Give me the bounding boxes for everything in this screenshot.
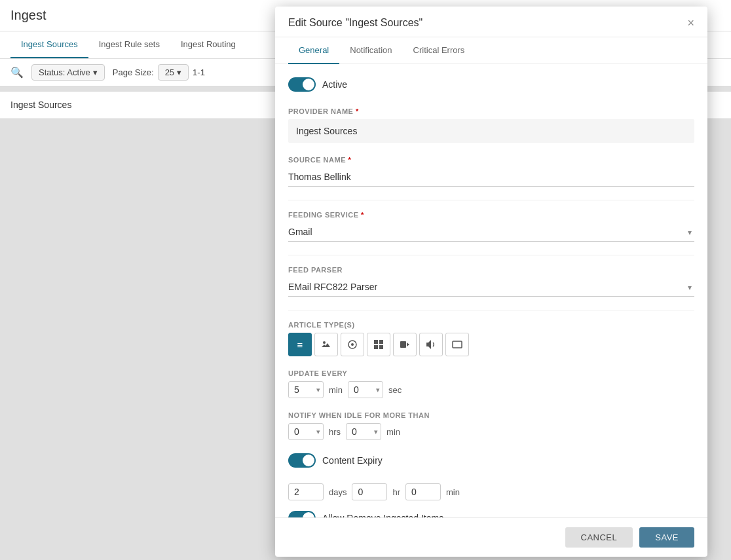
update-every-row: 5121015 min 030 sec bbox=[288, 381, 694, 398]
tab-ingest-routing[interactable]: Ingest Routing bbox=[170, 31, 246, 58]
notify-hrs-wrapper: 012 bbox=[288, 423, 324, 440]
update-sec-select[interactable]: 030 bbox=[348, 381, 383, 398]
modal-close-button[interactable]: × bbox=[687, 17, 694, 29]
content-expiry-toggle[interactable] bbox=[288, 453, 316, 468]
divider-2 bbox=[288, 255, 694, 255]
expiry-hr-label: hr bbox=[392, 487, 400, 497]
active-toggle-row: Active bbox=[288, 77, 694, 92]
allow-remove-toggle[interactable] bbox=[288, 511, 316, 517]
feeding-service-select[interactable]: Gmail IMAP FTP HTTP bbox=[288, 223, 694, 242]
article-types-group: ≡ bbox=[288, 333, 694, 356]
modal-title: Edit Source "Ingest Sources" bbox=[288, 17, 422, 29]
feed-parser-label: FEED PARSER bbox=[288, 266, 694, 274]
article-type-picture[interactable] bbox=[445, 333, 469, 356]
feeding-service-section: FEEDING SERVICE * Gmail IMAP FTP HTTP bbox=[288, 211, 694, 242]
svg-rect-5 bbox=[374, 345, 378, 349]
notify-hrs-select[interactable]: 012 bbox=[288, 423, 324, 440]
content-expiry-row: Content Expiry bbox=[288, 453, 694, 468]
provider-name-input[interactable] bbox=[288, 119, 694, 143]
svg-rect-3 bbox=[374, 340, 378, 344]
active-label: Active bbox=[322, 79, 347, 90]
feeding-service-label: FEEDING SERVICE * bbox=[288, 211, 694, 219]
expiry-hr-input[interactable] bbox=[352, 483, 387, 500]
modal-footer: CANCEL SAVE bbox=[275, 517, 707, 557]
notify-min-label: min bbox=[386, 427, 400, 437]
status-filter[interactable]: Status: Active ▾ bbox=[31, 64, 105, 81]
article-type-composite[interactable] bbox=[367, 333, 390, 356]
update-every-label: UPDATE EVERY bbox=[288, 369, 694, 377]
article-types-section: ARTICLE TYPE(S) ≡ bbox=[288, 321, 694, 356]
source-name-label: SOURCE NAME * bbox=[288, 156, 694, 164]
modal-body: Active PROVIDER NAME * SOURCE NAME * FEE… bbox=[275, 64, 707, 517]
update-min-select[interactable]: 5121015 bbox=[288, 381, 324, 398]
svg-rect-4 bbox=[379, 340, 383, 344]
svg-point-2 bbox=[351, 343, 354, 346]
feed-parser-section: FEED PARSER EMail RFC822 Parser NITF RSS bbox=[288, 266, 694, 297]
expiry-min-input[interactable] bbox=[405, 483, 441, 500]
expiry-min-label: min bbox=[446, 487, 460, 497]
tab-notification[interactable]: Notification bbox=[339, 37, 402, 64]
tab-general[interactable]: General bbox=[288, 37, 339, 64]
article-type-photo[interactable] bbox=[314, 333, 338, 356]
svg-rect-7 bbox=[400, 341, 406, 348]
tab-ingest-rule-sets[interactable]: Ingest Rule sets bbox=[88, 31, 170, 58]
modal-tabs: General Notification Critical Errors bbox=[275, 37, 707, 64]
update-min-label: min bbox=[329, 385, 343, 395]
article-type-video[interactable] bbox=[393, 333, 417, 356]
edit-source-modal: Edit Source "Ingest Sources" × General N… bbox=[275, 7, 707, 557]
divider-1 bbox=[288, 200, 694, 200]
tab-ingest-sources[interactable]: Ingest Sources bbox=[10, 31, 88, 58]
update-every-section: UPDATE EVERY 5121015 min 030 sec bbox=[288, 369, 694, 398]
expiry-days-label: days bbox=[329, 487, 347, 497]
allow-remove-row: Allow Remove Ingested Items bbox=[288, 511, 694, 517]
page-size-control: Page Size: 25 ▾ 1-1 bbox=[113, 64, 205, 81]
article-types-label: ARTICLE TYPE(S) bbox=[288, 321, 694, 329]
update-sec-wrapper: 030 bbox=[348, 381, 383, 398]
feed-parser-select[interactable]: EMail RFC822 Parser NITF RSS bbox=[288, 278, 694, 297]
content-expiry-label: Content Expiry bbox=[322, 455, 383, 466]
notify-min-wrapper: 01530 bbox=[346, 423, 381, 440]
search-icon[interactable]: 🔍 bbox=[10, 66, 24, 79]
save-button[interactable]: SAVE bbox=[639, 527, 694, 548]
update-min-wrapper: 5121015 bbox=[288, 381, 324, 398]
allow-remove-label: Allow Remove Ingested Items bbox=[322, 513, 443, 517]
divider-3 bbox=[288, 310, 694, 310]
article-type-graphic[interactable] bbox=[341, 333, 364, 356]
source-name-input[interactable] bbox=[288, 168, 694, 187]
svg-marker-8 bbox=[407, 343, 409, 346]
provider-name-section: PROVIDER NAME * bbox=[288, 107, 694, 143]
expiry-values-row: days hr min bbox=[288, 483, 694, 500]
notify-idle-label: NOTIFY WHEN IDLE FOR MORE THAN bbox=[288, 411, 694, 419]
notify-idle-row: 012 hrs 01530 min bbox=[288, 423, 694, 440]
svg-rect-9 bbox=[453, 341, 462, 348]
provider-name-label: PROVIDER NAME * bbox=[288, 107, 694, 115]
notify-min-select[interactable]: 01530 bbox=[346, 423, 381, 440]
feed-parser-wrapper: EMail RFC822 Parser NITF RSS bbox=[288, 278, 694, 297]
notify-hrs-label: hrs bbox=[329, 427, 341, 437]
notify-idle-section: NOTIFY WHEN IDLE FOR MORE THAN 012 hrs 0… bbox=[288, 411, 694, 440]
source-name-section: SOURCE NAME * bbox=[288, 156, 694, 187]
svg-rect-6 bbox=[379, 345, 383, 349]
page-size-select[interactable]: 25 ▾ bbox=[158, 64, 189, 81]
svg-point-0 bbox=[323, 341, 326, 344]
article-type-text[interactable]: ≡ bbox=[288, 333, 312, 356]
update-sec-label: sec bbox=[388, 385, 402, 395]
feeding-service-wrapper: Gmail IMAP FTP HTTP bbox=[288, 223, 694, 242]
expiry-days-input[interactable] bbox=[288, 483, 324, 500]
active-toggle[interactable] bbox=[288, 77, 316, 92]
modal-header: Edit Source "Ingest Sources" × bbox=[275, 7, 707, 37]
tab-critical-errors[interactable]: Critical Errors bbox=[403, 37, 476, 64]
cancel-button[interactable]: CANCEL bbox=[565, 527, 633, 548]
article-type-audio[interactable] bbox=[419, 333, 443, 356]
